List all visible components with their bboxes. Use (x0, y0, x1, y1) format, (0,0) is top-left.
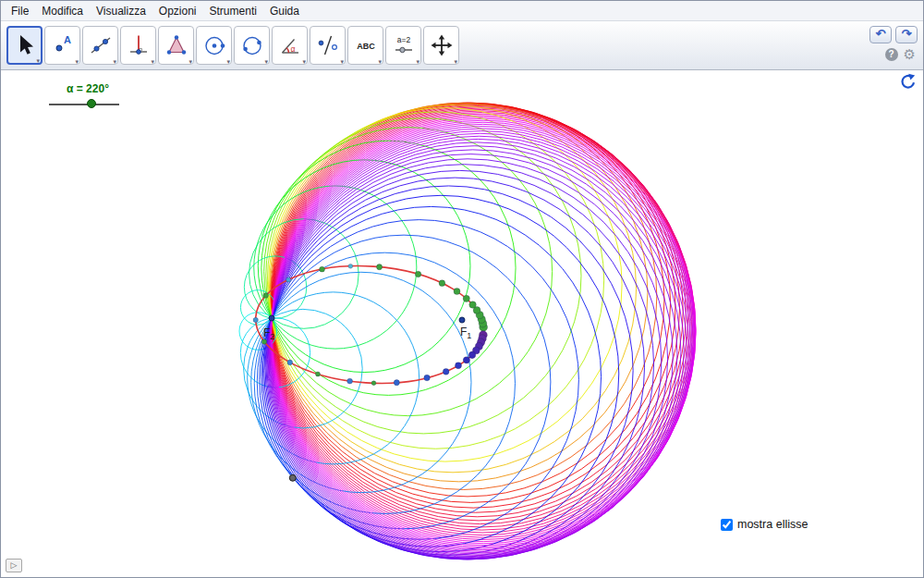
tool-text[interactable]: ABC ▾ (347, 26, 383, 65)
tool-dropdown-arrow[interactable]: ▾ (302, 58, 306, 66)
alpha-slider-thumb[interactable] (87, 99, 96, 108)
svg-text:ABC: ABC (357, 42, 375, 51)
tool-reflect[interactable]: ▾ (310, 26, 346, 65)
tool-dropdown-arrow[interactable]: ▾ (264, 58, 268, 66)
tool-dropdown-arrow[interactable]: ▾ (416, 58, 419, 66)
geogebra-window: File Modifica Visualizza Opzioni Strumen… (0, 0, 924, 578)
show-ellipse-row: mostra ellisse (721, 518, 808, 531)
slider-label: α = 220° (51, 82, 125, 95)
reflect-tool-icon (316, 33, 340, 57)
redo-button[interactable]: ↷ (895, 26, 918, 43)
tool-polygon[interactable]: ▾ (158, 26, 194, 65)
angle-tool-icon: α (278, 33, 302, 57)
tool-dropdown-arrow[interactable]: ▾ (36, 57, 40, 65)
tool-dropdown-arrow[interactable]: ▾ (113, 58, 116, 66)
show-ellipse-label: mostra ellisse (737, 518, 808, 531)
tool-move-view[interactable]: ▾ (423, 26, 459, 65)
move-cursor-icon (13, 33, 37, 57)
svg-text:α: α (290, 44, 295, 54)
menu-strumenti[interactable]: Strumenti (203, 2, 263, 20)
tool-dropdown-arrow[interactable]: ▾ (226, 58, 230, 66)
menu-file[interactable]: File (5, 2, 35, 20)
tool-slider[interactable]: a=2 ▾ (385, 26, 421, 65)
tool-dropdown-arrow[interactable]: ▾ (378, 58, 382, 66)
move-view-icon (430, 33, 454, 57)
perpendicular-line-icon (127, 33, 151, 57)
graphics-view[interactable]: α = 220° F1 F2 mostra ellisse ▷ (1, 70, 923, 577)
menu-modifica[interactable]: Modifica (35, 2, 90, 20)
menu-guida[interactable]: Guida (263, 2, 306, 20)
f2-label: F2 (263, 326, 274, 341)
alpha-slider-track[interactable] (49, 104, 119, 105)
svg-text:a=2: a=2 (396, 35, 410, 44)
point-tool-icon: A (51, 33, 75, 57)
tool-dropdown-arrow[interactable]: ▾ (188, 58, 192, 66)
tool-dropdown-arrow[interactable]: ▾ (75, 58, 79, 66)
tool-perpendicular[interactable]: ▾ (120, 26, 156, 65)
tool-circle[interactable]: ▾ (196, 26, 232, 65)
line-tool-icon (89, 33, 113, 57)
menu-visualizza[interactable]: Visualizza (90, 2, 152, 20)
menu-opzioni[interactable]: Opzioni (152, 2, 203, 20)
svg-text:A: A (64, 34, 71, 45)
f1-label: F1 (460, 326, 471, 340)
text-tool-icon: ABC (354, 33, 378, 57)
conic-tool-icon (240, 33, 264, 57)
undo-button[interactable]: ↶ (869, 26, 892, 43)
tool-conic[interactable]: ▾ (234, 26, 270, 65)
slider-tool-icon: a=2 (392, 33, 416, 57)
help-icon[interactable]: ? (885, 48, 898, 61)
circle-tool-icon (202, 33, 226, 57)
tool-move[interactable]: ▾ (6, 26, 43, 65)
refresh-view-icon[interactable] (899, 73, 917, 91)
toolbar: ▾ A ▾ ▾ ▾ (1, 21, 923, 70)
tool-dropdown-arrow[interactable]: ▾ (454, 58, 457, 66)
construction-drawing[interactable] (1, 70, 923, 577)
tool-dropdown-arrow[interactable]: ▾ (340, 58, 344, 66)
gear-icon[interactable]: ⚙ (904, 47, 916, 61)
input-bar-toggle-button[interactable]: ▷ (6, 559, 22, 572)
tool-angle[interactable]: α ▾ (272, 26, 308, 65)
show-ellipse-checkbox[interactable] (721, 519, 733, 531)
menu-bar: File Modifica Visualizza Opzioni Strumen… (1, 1, 923, 21)
tool-line[interactable]: ▾ (82, 26, 118, 65)
polygon-tool-icon (164, 33, 188, 57)
tool-point[interactable]: A ▾ (44, 26, 80, 65)
tool-dropdown-arrow[interactable]: ▾ (151, 58, 154, 66)
